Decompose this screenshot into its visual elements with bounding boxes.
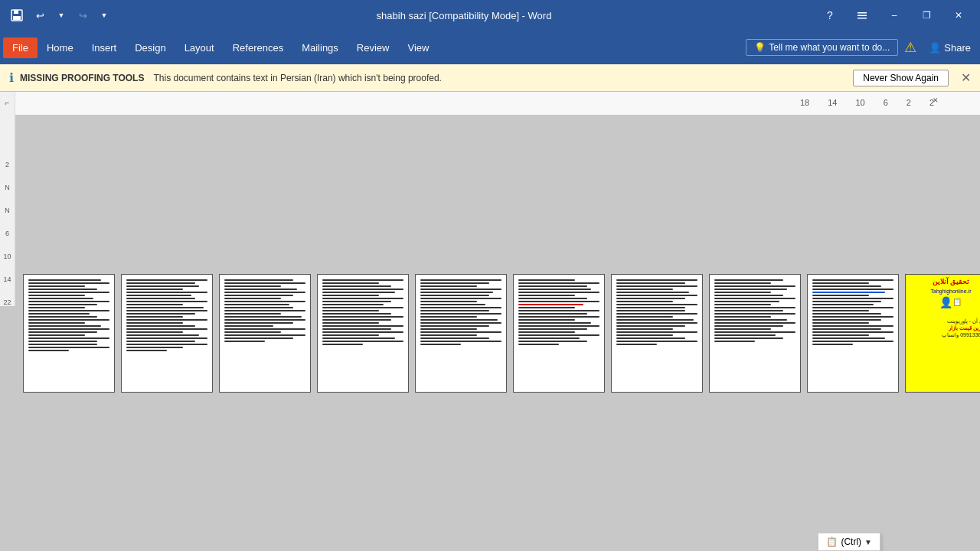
horizontal-ruler: 18 14 10 6 2 2 ✕	[15, 92, 980, 115]
menu-home[interactable]: Home	[38, 37, 83, 58]
page-thumbnail-7[interactable]	[611, 274, 703, 393]
document-bottom-area	[0, 400, 980, 552]
notification-bar: ℹ MISSING PROOFING TOOLS This document c…	[0, 64, 980, 92]
menu-mailings[interactable]: Mailings	[292, 37, 348, 58]
customize-qat[interactable]: ▼	[95, 6, 113, 24]
left-ruler: 2 N N 6 10 14 22	[0, 115, 15, 306]
ad-icon-row: 👤 📋	[909, 296, 980, 308]
paste-dropdown-arrow[interactable]: ▼	[864, 538, 872, 546]
notification-text: This document contains text in Persian (…	[153, 73, 441, 83]
notification-title: MISSING PROOFING TOOLS	[20, 73, 144, 83]
title-bar: ↩ ▼ ↪ ▼ shabih sazi [Compatibility Mode]…	[0, 0, 980, 31]
menu-references[interactable]: References	[224, 37, 292, 58]
undo-button[interactable]: ↩	[31, 6, 49, 24]
lightbulb-icon: 💡	[754, 42, 766, 53]
document-canvas: تحقیق آنلاین Tahghighonline.ir 👤 📋 فایل …	[0, 115, 980, 551]
undo-dropdown[interactable]: ▼	[52, 6, 70, 24]
page-thumbnail-4[interactable]	[317, 274, 409, 393]
menu-insert[interactable]: Insert	[83, 37, 126, 58]
page-thumbnail-2[interactable]	[121, 274, 213, 393]
menu-view[interactable]: View	[398, 37, 438, 58]
title-bar-left: ↩ ▼ ↪ ▼	[6, 5, 113, 26]
notification-close-button[interactable]: ✕	[961, 70, 971, 85]
tell-me-input[interactable]: 💡 Tell me what you want to do...	[746, 39, 898, 56]
person-icon: 👤	[929, 42, 941, 54]
ad-title: تحقیق آنلاین	[909, 278, 980, 285]
paste-icon: 📋	[826, 536, 838, 547]
minimize-button[interactable]: –	[879, 5, 910, 26]
ruler-area: ⌐ 18 14 10 6 2 2 ✕	[0, 92, 980, 115]
restore-button[interactable]: ❐	[911, 5, 942, 26]
svg-rect-3	[858, 12, 867, 14]
document-title: shabih sazi [Compatibility Mode] - Word	[113, 10, 815, 21]
menu-design[interactable]: Design	[126, 37, 175, 58]
svg-rect-1	[14, 10, 18, 14]
page-thumbnail-3[interactable]	[219, 274, 311, 393]
menu-file[interactable]: File	[3, 37, 38, 58]
ruler-numbers: 18 14 10 6 2 2 ✕	[800, 98, 934, 107]
document-top-area	[0, 115, 980, 266]
menu-bar: File Home Insert Design Layout Reference…	[0, 31, 980, 64]
info-icon: ℹ	[9, 70, 14, 85]
tell-me-label: Tell me what you want to do...	[769, 42, 890, 53]
page-thumbnail-1[interactable]	[23, 274, 115, 393]
paste-options-tooltip[interactable]: 📋 (Ctrl) ▼	[818, 533, 880, 551]
main-area: 2 N N 6 10 14 22	[0, 115, 980, 551]
page-thumbnail-5[interactable]	[415, 274, 507, 393]
save-button[interactable]	[6, 5, 28, 26]
menu-right: 💡 Tell me what you want to do... ⚠ 👤 Sha…	[746, 39, 977, 57]
share-button[interactable]: 👤 Share	[923, 39, 977, 57]
menu-layout[interactable]: Layout	[175, 37, 224, 58]
menu-review[interactable]: Review	[348, 37, 399, 58]
svg-rect-2	[13, 16, 21, 20]
help-button[interactable]: ?	[815, 5, 845, 26]
ribbon-toggle[interactable]	[847, 5, 877, 26]
warning-icon: ⚠	[904, 39, 916, 56]
svg-rect-4	[858, 15, 867, 17]
page-thumbnail-6[interactable]	[513, 274, 605, 393]
page-thumbnail-8[interactable]	[709, 274, 801, 393]
page-thumbnail-10-ad[interactable]: تحقیق آنلاین Tahghighonline.ir 👤 📋 فایل …	[905, 274, 980, 393]
paste-ctrl-label: (Ctrl)	[841, 536, 861, 547]
window-controls: ? – ❐ ✕	[815, 5, 974, 26]
ruler-corner: ⌐	[0, 92, 15, 115]
close-button[interactable]: ✕	[943, 5, 974, 26]
ad-text: فایل دی دی اَن - پاورپوینت با کمترین قیم…	[909, 311, 980, 338]
ad-website: Tahghighonline.ir	[909, 289, 980, 294]
never-show-again-button[interactable]: Never Show Again	[853, 70, 949, 86]
page-thumbnail-9[interactable]	[807, 274, 899, 393]
svg-rect-5	[858, 18, 867, 19]
redo-button[interactable]: ↪	[74, 6, 92, 24]
page-thumbnails-row: تحقیق آنلاین Tahghighonline.ir 👤 📋 فایل …	[0, 266, 980, 400]
